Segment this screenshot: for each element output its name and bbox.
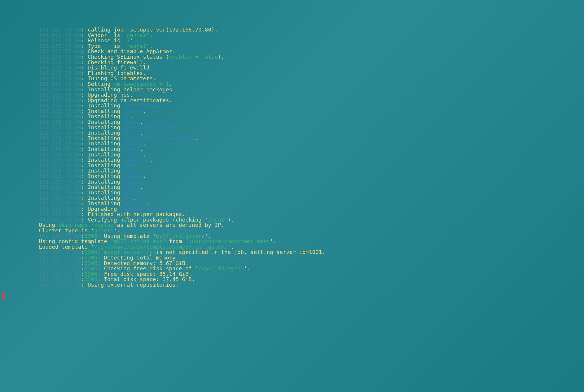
prompt-row[interactable]	[0, 293, 584, 299]
terminal-output: 192.168.70.80: calling job: setupserver(…	[0, 27, 584, 288]
cursor	[2, 293, 5, 299]
log-line: 192.168.70.80: Using external repositori…	[39, 282, 584, 288]
log-line: Using skip_name_resolve as all servers a…	[39, 222, 584, 228]
